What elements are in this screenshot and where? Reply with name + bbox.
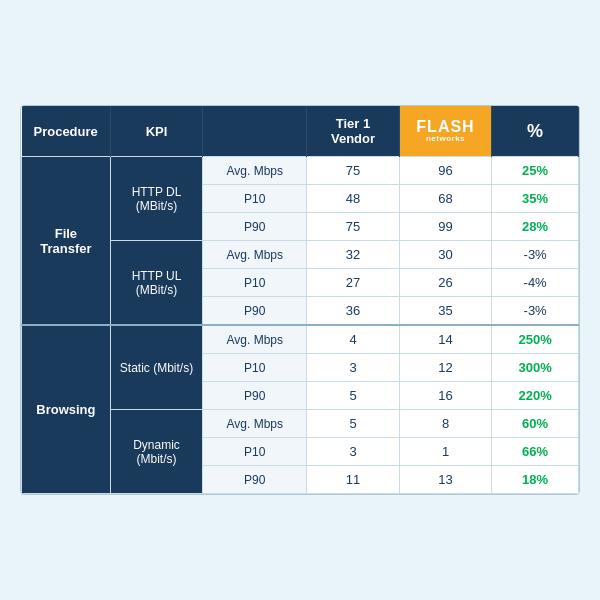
pct-cell: 300% (492, 354, 579, 382)
pct-cell: 35% (492, 185, 579, 213)
main-table-wrapper: Procedure KPI Tier 1 Vendor FLASH networ… (20, 105, 580, 495)
flash-value-cell: 96 (399, 157, 491, 185)
flash-value-cell: 12 (399, 354, 491, 382)
table-body: File TransferHTTP DL (MBit/s)Avg. Mbps75… (22, 157, 579, 494)
pct-cell: -3% (492, 297, 579, 326)
tier1-value-cell: 36 (307, 297, 399, 326)
flash-header: FLASH networks (399, 106, 491, 157)
pct-cell: 28% (492, 213, 579, 241)
metric-cell: Avg. Mbps (203, 325, 307, 354)
table-row: File TransferHTTP DL (MBit/s)Avg. Mbps75… (22, 157, 579, 185)
tier1-value-cell: 5 (307, 410, 399, 438)
tier1-value-cell: 27 (307, 269, 399, 297)
metric-cell: P10 (203, 354, 307, 382)
pct-value: -3% (524, 303, 547, 318)
pct-cell: -3% (492, 241, 579, 269)
pct-cell: 250% (492, 325, 579, 354)
flash-logo: FLASH networks (406, 118, 485, 144)
pct-value: 250% (518, 332, 551, 347)
pct-value: 60% (522, 416, 548, 431)
procedure-cell: File Transfer (22, 157, 111, 326)
tier1-value-cell: 4 (307, 325, 399, 354)
tier1-header: Tier 1 Vendor (307, 106, 399, 157)
procedure-header: Procedure (22, 106, 111, 157)
metric-cell: Avg. Mbps (203, 410, 307, 438)
kpi-cell: Static (Mbit/s) (110, 325, 202, 410)
kpi-cell: HTTP DL (MBit/s) (110, 157, 202, 241)
metric-cell: P10 (203, 269, 307, 297)
pct-value: 18% (522, 472, 548, 487)
pct-cell: 66% (492, 438, 579, 466)
pct-cell: -4% (492, 269, 579, 297)
metric-cell: P90 (203, 382, 307, 410)
tier1-value-cell: 11 (307, 466, 399, 494)
metric-cell: P90 (203, 297, 307, 326)
pct-value: 300% (518, 360, 551, 375)
metric-cell: P90 (203, 466, 307, 494)
pct-value: 28% (522, 219, 548, 234)
flash-value-cell: 68 (399, 185, 491, 213)
pct-value: 66% (522, 444, 548, 459)
tier1-value-cell: 5 (307, 382, 399, 410)
pct-cell: 220% (492, 382, 579, 410)
metric-header (203, 106, 307, 157)
pct-value: -3% (524, 247, 547, 262)
tier1-value-cell: 75 (307, 157, 399, 185)
pct-value: -4% (524, 275, 547, 290)
kpi-cell: HTTP UL (MBit/s) (110, 241, 202, 326)
tier1-value-cell: 3 (307, 438, 399, 466)
pct-header: % (492, 106, 579, 157)
flash-value-cell: 30 (399, 241, 491, 269)
procedure-cell: Browsing (22, 325, 111, 494)
metric-cell: P10 (203, 438, 307, 466)
pct-cell: 25% (492, 157, 579, 185)
tier1-value-cell: 48 (307, 185, 399, 213)
pct-value: 220% (518, 388, 551, 403)
pct-value: 35% (522, 191, 548, 206)
flash-text: FLASH (416, 118, 474, 136)
tier1-value-cell: 32 (307, 241, 399, 269)
flash-value-cell: 13 (399, 466, 491, 494)
pct-value: 25% (522, 163, 548, 178)
header-row: Procedure KPI Tier 1 Vendor FLASH networ… (22, 106, 579, 157)
kpi-header: KPI (110, 106, 202, 157)
metric-cell: P90 (203, 213, 307, 241)
pct-cell: 18% (492, 466, 579, 494)
metric-cell: Avg. Mbps (203, 157, 307, 185)
tier1-value-cell: 3 (307, 354, 399, 382)
flash-value-cell: 14 (399, 325, 491, 354)
flash-value-cell: 26 (399, 269, 491, 297)
flash-networks-text: networks (426, 135, 465, 144)
table-row: BrowsingStatic (Mbit/s)Avg. Mbps414250% (22, 325, 579, 354)
flash-value-cell: 99 (399, 213, 491, 241)
flash-value-cell: 8 (399, 410, 491, 438)
flash-value-cell: 16 (399, 382, 491, 410)
data-table: Procedure KPI Tier 1 Vendor FLASH networ… (21, 106, 579, 494)
pct-cell: 60% (492, 410, 579, 438)
metric-cell: Avg. Mbps (203, 241, 307, 269)
metric-cell: P10 (203, 185, 307, 213)
tier1-value-cell: 75 (307, 213, 399, 241)
flash-value-cell: 35 (399, 297, 491, 326)
flash-value-cell: 1 (399, 438, 491, 466)
kpi-cell: Dynamic (Mbit/s) (110, 410, 202, 494)
